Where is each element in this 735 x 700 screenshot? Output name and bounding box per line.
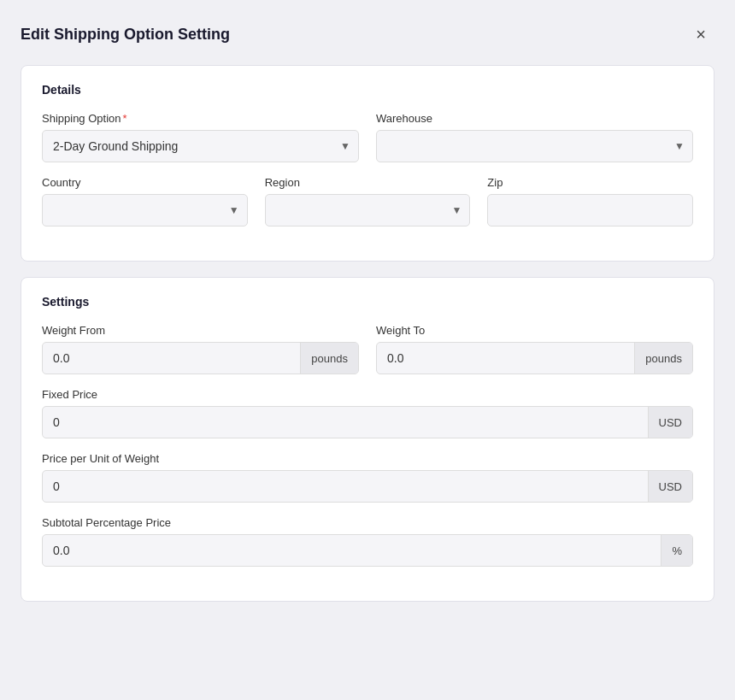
zip-input[interactable] [487,194,693,226]
modal-header: Edit Shipping Option Setting × [21,21,714,48]
weight-from-input-wrapper: pounds [42,342,359,374]
weight-from-label: Weight From [42,324,359,337]
close-button[interactable]: × [687,21,714,48]
details-section-title: Details [42,83,693,97]
region-select[interactable] [265,194,471,226]
settings-section-title: Settings [42,295,693,309]
warehouse-wrapper: ▼ [376,130,693,162]
weight-from-input[interactable] [43,343,300,374]
shipping-warehouse-row: Shipping Option* 2-Day Ground Shipping S… [42,112,693,162]
country-select[interactable] [42,194,248,226]
fixed-price-input[interactable] [43,407,648,438]
settings-card: Settings Weight From pounds Weight To po… [21,277,714,602]
fixed-price-label: Fixed Price [42,388,693,401]
price-per-unit-group: Price per Unit of Weight USD [42,452,693,503]
price-per-unit-input-wrapper: USD [42,470,693,503]
region-group: Region ▼ [265,176,471,226]
warehouse-group: Warehouse ▼ [376,112,693,162]
country-region-zip-row: Country ▼ Region ▼ Zip [42,176,693,226]
region-wrapper: ▼ [265,194,471,226]
warehouse-label: Warehouse [376,112,693,125]
weight-from-group: Weight From pounds [42,324,359,374]
country-label: Country [42,176,248,189]
weight-to-suffix: pounds [634,343,692,374]
fixed-price-suffix: USD [648,407,692,438]
shipping-option-label: Shipping Option* [42,112,359,125]
shipping-option-wrapper: 2-Day Ground Shipping Standard Shipping … [42,130,359,162]
price-per-unit-suffix: USD [648,471,692,502]
modal-title: Edit Shipping Option Setting [21,26,230,44]
weight-from-suffix: pounds [300,343,358,374]
country-group: Country ▼ [42,176,248,226]
price-per-unit-label: Price per Unit of Weight [42,452,693,465]
subtotal-percentage-group: Subtotal Percentage Price % [42,516,693,567]
weight-row: Weight From pounds Weight To pounds [42,324,693,374]
shipping-option-group: Shipping Option* 2-Day Ground Shipping S… [42,112,359,162]
weight-to-group: Weight To pounds [376,324,693,374]
subtotal-percentage-label: Subtotal Percentage Price [42,516,693,529]
price-per-unit-input[interactable] [43,471,648,502]
weight-to-input[interactable] [377,343,634,374]
weight-to-label: Weight To [376,324,693,337]
modal: Edit Shipping Option Setting × Details S… [0,0,735,700]
details-card: Details Shipping Option* 2-Day Ground Sh… [21,65,714,262]
fixed-price-input-wrapper: USD [42,406,693,438]
subtotal-percentage-input-wrapper: % [42,534,693,567]
zip-group: Zip [487,176,693,226]
region-label: Region [265,176,471,189]
shipping-option-select[interactable]: 2-Day Ground Shipping Standard Shipping … [42,130,359,162]
subtotal-percentage-input[interactable] [43,535,661,566]
weight-to-input-wrapper: pounds [376,342,693,374]
warehouse-select[interactable] [376,130,693,162]
country-wrapper: ▼ [42,194,248,226]
subtotal-percentage-suffix: % [661,535,692,566]
zip-label: Zip [487,176,693,189]
fixed-price-group: Fixed Price USD [42,388,693,438]
